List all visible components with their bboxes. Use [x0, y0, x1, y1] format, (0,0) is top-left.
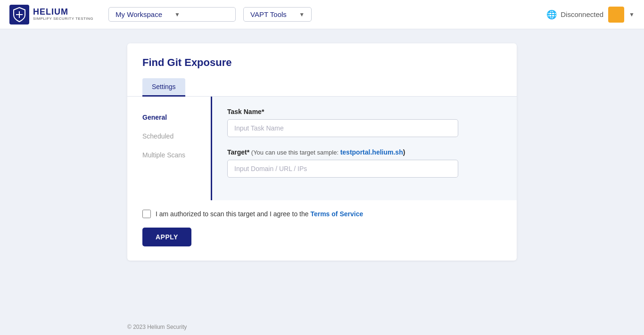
- vapt-tools-dropdown[interactable]: VAPT Tools ▼: [243, 7, 312, 22]
- tab-settings[interactable]: Settings: [142, 78, 185, 97]
- sidebar-item-multiple-scans[interactable]: Multiple Scans: [127, 146, 211, 164]
- header: HELIUM SIMPLIFY SECURITY TESTING My Work…: [0, 0, 644, 29]
- globe-icon: 🌐: [546, 9, 557, 20]
- target-hint-close: ): [403, 148, 405, 156]
- page-card: Find Git Exposure Settings General Sched…: [127, 43, 517, 261]
- header-right: 🌐 Disconnected ▼: [546, 7, 635, 23]
- target-input[interactable]: [227, 160, 458, 178]
- connection-status: 🌐 Disconnected: [546, 9, 603, 20]
- logo-text: HELIUM: [33, 8, 93, 17]
- settings-sidebar: General Scheduled Multiple Scans: [127, 97, 212, 200]
- logo-tagline: SIMPLIFY SECURITY TESTING: [33, 17, 93, 21]
- sidebar-item-scheduled[interactable]: Scheduled: [127, 127, 211, 146]
- main-content: Find Git Exposure Settings General Sched…: [0, 29, 644, 316]
- logo-area: HELIUM SIMPLIFY SECURITY TESTING: [9, 5, 93, 25]
- tos-row: I am authorized to scan this target and …: [142, 210, 502, 218]
- page-title: Find Git Exposure: [127, 43, 517, 78]
- tos-checkbox[interactable]: [142, 210, 151, 218]
- task-name-label: Task Name*: [227, 108, 502, 115]
- target-group: Target* (You can use this target sample:…: [227, 148, 502, 178]
- user-menu-chevron-icon[interactable]: ▼: [629, 11, 635, 18]
- page-footer: © 2023 Helium Security: [0, 316, 644, 335]
- tabs-row: Settings: [127, 78, 517, 97]
- form-area: Task Name* Target* (You can use this tar…: [212, 97, 517, 200]
- user-badge[interactable]: [608, 7, 624, 23]
- footer-section: I am authorized to scan this target and …: [127, 200, 517, 246]
- copyright-text: © 2023 Helium Security: [127, 324, 187, 330]
- vapt-chevron-icon: ▼: [299, 11, 305, 18]
- task-name-input[interactable]: [227, 119, 458, 137]
- apply-button[interactable]: APPLY: [142, 228, 191, 246]
- target-label: Target* (You can use this target sample:…: [227, 148, 502, 156]
- task-name-group: Task Name*: [227, 108, 502, 137]
- tos-link[interactable]: Terms of Service: [310, 210, 363, 218]
- settings-layout: General Scheduled Multiple Scans Task Na…: [127, 97, 517, 200]
- disconnected-label: Disconnected: [561, 10, 603, 18]
- workspace-label: My Workspace: [116, 10, 170, 18]
- target-sample-link[interactable]: testportal.helium.sh: [340, 148, 403, 156]
- sidebar-item-general[interactable]: General: [127, 108, 211, 127]
- tos-text: I am authorized to scan this target and …: [156, 210, 363, 218]
- workspace-dropdown[interactable]: My Workspace ▼: [108, 7, 236, 22]
- helium-logo: [9, 5, 29, 25]
- target-hint: (You can use this target sample:: [249, 149, 340, 156]
- workspace-chevron-icon: ▼: [174, 11, 229, 18]
- vapt-tools-label: VAPT Tools: [250, 10, 287, 18]
